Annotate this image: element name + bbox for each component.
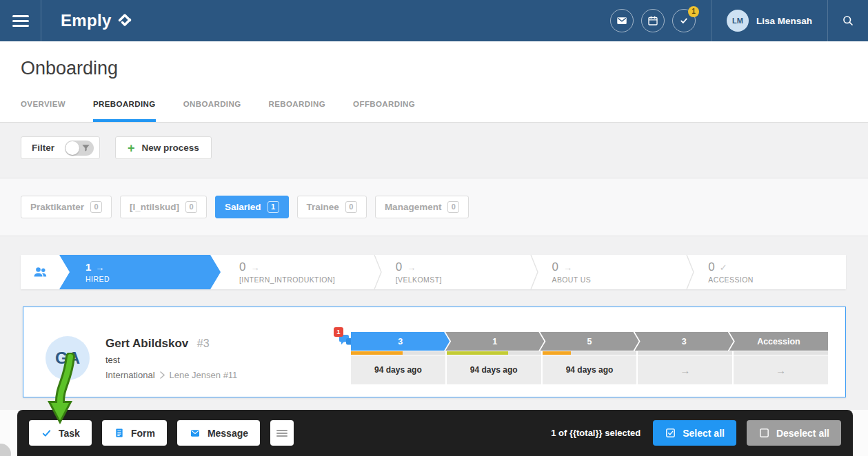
- tab-onboarding[interactable]: ONBOARDING: [183, 100, 241, 122]
- chip-count-badge: 0: [447, 201, 459, 213]
- user-menu[interactable]: LM Lisa Mensah: [711, 0, 828, 41]
- stage-advance-cell[interactable]: →: [638, 355, 732, 384]
- check-icon: [678, 14, 690, 27]
- form-button[interactable]: Form: [102, 420, 167, 446]
- task-check-icon: [41, 428, 52, 439]
- message-button[interactable]: Message: [177, 420, 260, 446]
- candidate-avatar[interactable]: GA: [46, 336, 90, 380]
- stage-arrow-icon: →: [563, 262, 572, 273]
- stage-count: 0: [552, 260, 558, 273]
- new-process-button[interactable]: + New process: [115, 136, 212, 159]
- funnel-icon: [81, 144, 90, 152]
- menu-button[interactable]: [0, 0, 41, 41]
- task-label: Task: [59, 428, 80, 439]
- stage-separator: [374, 255, 382, 289]
- top-navbar: Emply: [0, 0, 868, 41]
- stage-area: 1→ HIRED 0→ [INTERN_INTRODUKTION] 0→ [VE…: [0, 236, 868, 397]
- breadcrumb-parent[interactable]: International: [105, 370, 155, 380]
- progress-fill: [447, 351, 508, 355]
- card-stage-2[interactable]: 1: [445, 332, 544, 351]
- candidate-name[interactable]: Gert Abildskov: [105, 337, 188, 350]
- category-chip-management[interactable]: Management 0: [375, 196, 470, 218]
- form-document-icon: [114, 427, 125, 439]
- stage-count: 0: [239, 260, 245, 273]
- hamburger-icon: [12, 12, 29, 30]
- stage-advance-cell[interactable]: →: [734, 355, 828, 384]
- pipeline-stage-accession[interactable]: 0✓ ACCESSION: [689, 255, 846, 289]
- mail-icon: [616, 14, 628, 27]
- stage-label: [VELKOMST]: [396, 276, 534, 284]
- deselect-all-label: Deselect all: [776, 428, 829, 439]
- candidate-card-selected[interactable]: GA Gert Abildskov #3 test International …: [23, 307, 846, 397]
- stage-label: ACCESSION: [708, 276, 846, 284]
- breadcrumb-manager[interactable]: Lene Jensen #11: [170, 370, 238, 380]
- stage-count: 0: [708, 260, 714, 273]
- pipeline-bar: 1→ HIRED 0→ [INTERN_INTRODUKTION] 0→ [VE…: [21, 255, 846, 289]
- tab-preboarding[interactable]: PREBOARDING: [93, 100, 156, 122]
- card-stage-4[interactable]: 3: [635, 332, 734, 351]
- stage-chevrons: 3 1 5 3 Accession: [351, 332, 828, 351]
- stage-age-cell[interactable]: 94 days ago: [543, 355, 637, 384]
- progress-cell: [543, 351, 637, 355]
- progress-cell: [447, 351, 541, 355]
- chip-count-badge: 1: [268, 201, 279, 213]
- search-button[interactable]: [828, 0, 868, 41]
- bulk-action-bar: Task Form Message 1 of {{total}} selecte…: [17, 410, 853, 456]
- task-button[interactable]: Task: [29, 420, 92, 446]
- tab-overview[interactable]: OVERVIEW: [21, 100, 65, 122]
- checkbox-checked-icon: [665, 427, 676, 439]
- user-name: Lisa Mensah: [756, 16, 812, 26]
- list-icon: [276, 428, 287, 438]
- search-icon: [841, 14, 855, 28]
- stage-count: 0: [396, 260, 402, 273]
- checkbox-empty-icon: [758, 427, 770, 439]
- stage-separator: [530, 255, 538, 289]
- chevron-right-icon: [160, 371, 165, 379]
- progress-fill: [543, 351, 571, 355]
- card-stage-accession[interactable]: Accession: [729, 332, 828, 351]
- pipeline-stage-hired[interactable]: 1→ HIRED: [59, 255, 221, 289]
- people-icon: [32, 265, 48, 279]
- message-envelope-icon: [189, 428, 201, 439]
- toolbar: Filter + New process: [0, 123, 868, 178]
- filter-switch[interactable]: [65, 141, 94, 156]
- pipeline-stage-about-us[interactable]: 0→ ABOUT US: [534, 255, 690, 289]
- tab-offboarding[interactable]: OFFBOARDING: [353, 100, 415, 122]
- chip-count-badge: 0: [90, 201, 102, 213]
- candidate-info: Gert Abildskov #3 test International Len…: [105, 337, 237, 380]
- messages-button[interactable]: [610, 9, 634, 32]
- filter-label: Filter: [21, 143, 65, 153]
- app-logo[interactable]: Emply: [41, 0, 133, 41]
- candidate-id: #3: [197, 338, 210, 349]
- stage-age-cell[interactable]: 94 days ago: [351, 355, 445, 384]
- deselect-all-button[interactable]: Deselect all: [747, 420, 841, 446]
- calendar-icon: [647, 14, 659, 27]
- tasks-button[interactable]: 1: [672, 9, 696, 32]
- pipeline-stage-intern-introduktion[interactable]: 0→ [INTERN_INTRODUKTION]: [221, 255, 377, 289]
- category-chip-lntilskud[interactable]: [l_ntilskud] 0: [120, 196, 207, 218]
- calendar-button[interactable]: [641, 9, 665, 32]
- select-all-button[interactable]: Select all: [653, 420, 736, 446]
- stage-age-cell[interactable]: 94 days ago: [447, 355, 541, 384]
- footer-strip: Task Form Message 1 of {{total}} selecte…: [0, 410, 868, 456]
- stage-arrow-icon: →: [95, 262, 104, 273]
- chip-label: Salaried: [225, 202, 261, 212]
- tab-reboarding[interactable]: REBOARDING: [269, 100, 326, 122]
- card-stage-3[interactable]: 5: [540, 332, 638, 351]
- notification-badge: 1: [688, 6, 699, 17]
- stage-count: 1: [85, 261, 91, 273]
- category-chip-salaried[interactable]: Salaried 1: [215, 196, 289, 218]
- candidate-stage-strip: 3 1 5 3 Accession 94 days ago 94 days ag…: [351, 332, 828, 384]
- stage-arrow-icon: →: [407, 262, 416, 273]
- filter-toggle-control[interactable]: Filter: [21, 136, 100, 159]
- category-chip-trainee[interactable]: Trainee 0: [297, 196, 367, 218]
- pipeline-stage-velkomst[interactable]: 0→ [VELKOMST]: [377, 255, 534, 289]
- more-actions-button[interactable]: [270, 420, 294, 446]
- chip-label: [l_ntilskud]: [130, 202, 179, 212]
- progress-cell: [638, 351, 732, 355]
- stage-label: ABOUT US: [552, 276, 690, 284]
- category-chip-praktikanter[interactable]: Praktikanter 0: [21, 196, 112, 218]
- card-stage-1[interactable]: 3: [351, 332, 450, 351]
- stage-progress-track: [351, 351, 828, 355]
- select-all-label: Select all: [683, 428, 725, 439]
